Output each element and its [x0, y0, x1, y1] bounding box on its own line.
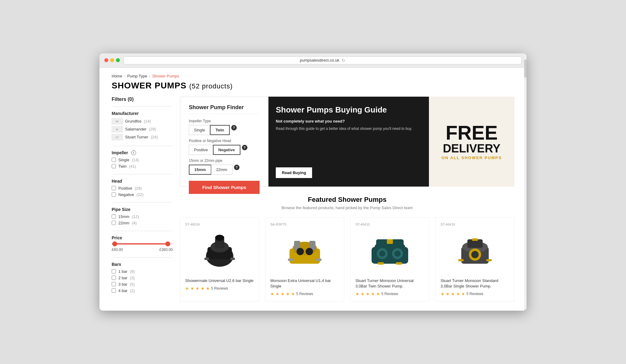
- star-icon: ★: [281, 291, 285, 296]
- impeller-twin-btn[interactable]: Twin: [210, 125, 230, 135]
- price-slider-fill: [115, 243, 170, 244]
- head-positive-btn[interactable]: Positive: [189, 145, 213, 155]
- impeller-single-checkbox[interactable]: [112, 158, 116, 162]
- pipe-22mm-checkbox[interactable]: [112, 221, 116, 225]
- star-icon: ★: [441, 291, 444, 296]
- bars-3-count: (5): [130, 282, 135, 287]
- pipe-size-label: 15mm or 22mm pipe: [189, 159, 260, 163]
- svg-rect-32: [472, 238, 478, 241]
- list-item[interactable]: 1 bar (9): [112, 269, 173, 274]
- breadcrumb-pump-type[interactable]: Pump Type: [127, 74, 147, 78]
- head-negative-btn[interactable]: Negative: [213, 145, 240, 155]
- head-positive-checkbox[interactable]: [112, 186, 116, 190]
- head-type-label: Positive or Negative Head: [189, 139, 260, 143]
- star-icon: ★: [371, 291, 375, 296]
- address-bar[interactable]: pumpsalesdirect.co.uk ↻: [124, 56, 522, 64]
- impeller-single-count: (14): [132, 158, 139, 162]
- list-item[interactable]: 2 bar (3): [112, 276, 173, 280]
- head-positive-label: Positive: [118, 186, 132, 191]
- read-buying-button[interactable]: Read Buying: [276, 167, 312, 178]
- page-title: SHOWER PUMPS (52 products): [112, 81, 514, 91]
- scrollbar-thumb[interactable]: [524, 59, 527, 78]
- star-icon: ★: [206, 286, 210, 291]
- list-item[interactable]: 4 bar (2): [112, 288, 173, 293]
- close-button[interactable]: [104, 58, 108, 62]
- price-handle-min[interactable]: [112, 241, 117, 246]
- impeller-help-icon[interactable]: ?: [231, 125, 237, 130]
- product-sku: ST-46410: [355, 223, 424, 226]
- buying-guide-banner: Shower Pumps Buying Guide Not completely…: [268, 97, 429, 187]
- svg-point-29: [471, 251, 479, 258]
- svg-point-21: [394, 251, 401, 257]
- list-item[interactable]: Negative (22): [112, 192, 173, 197]
- list-item[interactable]: SL Salamander (29): [112, 126, 173, 132]
- bars-3-checkbox[interactable]: [112, 282, 116, 286]
- price-labels: £60.00 £360.00: [112, 248, 173, 252]
- impeller-single-btn[interactable]: Single: [189, 125, 210, 135]
- page-title-text: SHOWER PUMPS: [112, 81, 186, 90]
- manufacturer-stuart-count: (24): [151, 135, 158, 139]
- list-item[interactable]: 3 bar (5): [112, 282, 173, 287]
- list-item[interactable]: GF Grundfos (14): [112, 118, 173, 124]
- star-icon: ★: [201, 286, 205, 291]
- free-delivery-banner: FREE DELIVERY ON ALL SHOWER PUMPS: [429, 97, 514, 187]
- product-card[interactable]: ST-46410: [350, 217, 429, 302]
- product-card[interactable]: ST-46419: [435, 217, 514, 302]
- stuart-turner-logo: ST: [112, 134, 123, 140]
- filter-head: Head Positive (29) Negative (22): [112, 174, 173, 197]
- manufacturer-title: Manufacturer: [112, 106, 173, 116]
- filter-impeller: Impeller i Single (14) Twin (41): [112, 146, 173, 169]
- price-title: Price: [112, 231, 173, 240]
- bars-2-count: (3): [130, 276, 135, 280]
- price-handle-max[interactable]: [165, 241, 170, 246]
- browser-chrome: pumpsalesdirect.co.uk ↻: [99, 53, 527, 68]
- bars-1-checkbox[interactable]: [112, 269, 116, 273]
- list-item[interactable]: Single (14): [112, 158, 173, 162]
- svg-rect-22: [387, 239, 393, 244]
- filters-title: Filters (0): [112, 97, 173, 102]
- top-row: Shower Pump Finder Impeller Type Single …: [180, 97, 514, 187]
- pipe-22mm-btn[interactable]: 22mm: [211, 165, 232, 175]
- maximize-button[interactable]: [116, 58, 120, 62]
- breadcrumb-sep1: ›: [124, 74, 125, 78]
- list-item[interactable]: 22mm (4): [112, 221, 173, 225]
- pipe-22mm-label: 22mm: [118, 221, 129, 225]
- reload-icon[interactable]: ↻: [342, 58, 345, 63]
- product-image: [441, 229, 509, 274]
- free-delivery-delivery: DELIVERY: [443, 143, 501, 154]
- minimize-button[interactable]: [110, 58, 114, 62]
- breadcrumb-sep2: ›: [149, 74, 150, 78]
- pipe-help-icon[interactable]: ?: [234, 165, 239, 170]
- bars-2-checkbox[interactable]: [112, 276, 116, 280]
- list-item[interactable]: 15mm (12): [112, 214, 173, 219]
- svg-point-4: [215, 235, 224, 241]
- star-icon: ★: [196, 286, 200, 291]
- list-item[interactable]: ST Stuart Turner (24): [112, 134, 173, 140]
- review-count: 5 Reviews: [466, 292, 483, 296]
- impeller-twin-checkbox[interactable]: [112, 164, 116, 168]
- product-card[interactable]: SA-RSP75: [265, 217, 344, 302]
- head-help-icon[interactable]: ?: [242, 145, 247, 150]
- list-item[interactable]: Positive (29): [112, 186, 173, 191]
- pipe-15mm-btn[interactable]: 15mm: [189, 165, 211, 175]
- product-card[interactable]: ST-46534: [180, 217, 259, 302]
- product-sku: ST-46534: [185, 223, 254, 226]
- find-shower-pumps-button[interactable]: Find Shower Pumps: [189, 181, 260, 194]
- manufacturer-salamander: Salamander: [125, 127, 146, 131]
- list-item[interactable]: Twin (41): [112, 164, 173, 169]
- head-negative-checkbox[interactable]: [112, 192, 116, 197]
- filter-bars: Bars 1 bar (9) 2 bar (3) 3 bar (5): [112, 257, 173, 293]
- breadcrumb: Home › Pump Type › Shower Pumps: [112, 74, 514, 78]
- svg-rect-30: [458, 259, 464, 261]
- product-stars: ★ ★ ★ ★ ★ 5 Reviews: [185, 286, 254, 291]
- bars-4-checkbox[interactable]: [112, 288, 116, 293]
- scrollbar[interactable]: [524, 53, 527, 311]
- pipe-15mm-checkbox[interactable]: [112, 214, 116, 219]
- breadcrumb-home[interactable]: Home: [112, 74, 122, 78]
- impeller-twin-label: Twin: [118, 164, 127, 169]
- pump-finder: Shower Pump Finder Impeller Type Single …: [180, 97, 268, 187]
- svg-point-12: [306, 248, 313, 255]
- impeller-info-icon[interactable]: i: [131, 150, 136, 155]
- pipe-size-title: Pipe Size: [112, 202, 173, 212]
- product-image: [185, 229, 254, 274]
